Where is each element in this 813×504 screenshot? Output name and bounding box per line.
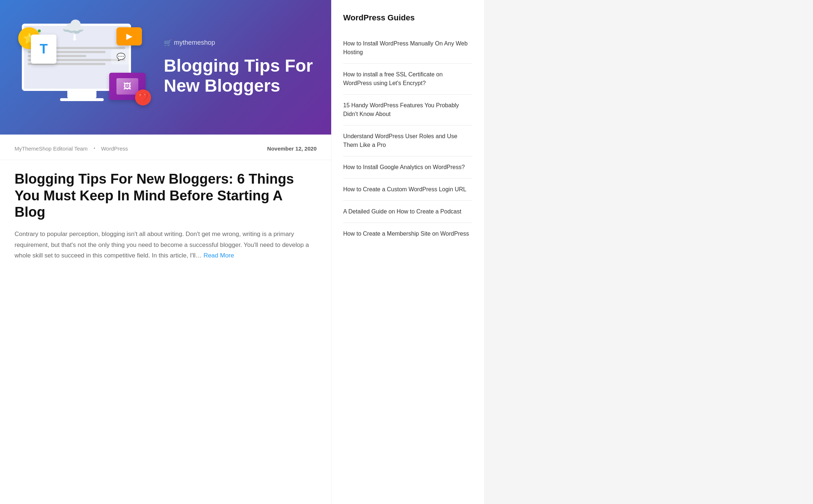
article-author: MyThemeShop Editorial Team [15,145,88,152]
sidebar-link[interactable]: How to Create a Membership Site on WordP… [343,229,472,238]
sidebar-link[interactable]: How to Install WordPress Manually On Any… [343,39,472,57]
sidebar-link-item: How to install a free SSL Certificate on… [343,64,472,95]
article-category: WordPress [101,145,128,152]
sidebar-link-item: How to Create a Custom WordPress Login U… [343,179,472,201]
main-content: ☁️ ⬇ ⭐ T ▶ 💬 🖼 ❤️ [0,0,331,504]
sidebar-link[interactable]: 15 Handy WordPress Features You Probably… [343,101,472,119]
article-title: Blogging Tips For New Bloggers: 6 Things… [15,171,317,221]
sidebar-link[interactable]: How to Create a Custom WordPress Login U… [343,185,472,194]
play-icon: ▶ [116,27,142,45]
hero-title: Blogging Tips For New Bloggers [164,56,317,96]
hero-banner: ☁️ ⬇ ⭐ T ▶ 💬 🖼 ❤️ [0,0,331,135]
sidebar-title: WordPress Guides [343,13,472,23]
sidebar-link-item: How to Install Google Analytics on WordP… [343,156,472,179]
arrow-down-icon: ⬇ [71,33,78,43]
logo-icon: 🛒 [164,39,172,47]
article-excerpt: Contrary to popular perception, blogging… [15,229,317,261]
sidebar-link[interactable]: How to install a free SSL Certificate on… [343,70,472,88]
article-meta: MyThemeShop Editorial Team · WordPress N… [0,135,331,160]
sidebar-link-item: How to Create a Membership Site on WordP… [343,223,472,245]
logo-text: mythemeshop [174,39,215,47]
sidebar-link-item: Understand WordPress User Roles and Use … [343,125,472,156]
sidebar-link-item: 15 Handy WordPress Features You Probably… [343,95,472,125]
read-more-link[interactable]: Read More [203,252,234,259]
article-date: November 12, 2020 [267,145,317,152]
sidebar-link-item: A Detailed Guide on How to Create a Podc… [343,201,472,223]
sidebar-links-list: How to Install WordPress Manually On Any… [343,33,472,245]
brand-logo: 🛒 mythemeshop [164,39,317,47]
sidebar-link-item: How to Install WordPress Manually On Any… [343,33,472,64]
hero-text: 🛒 mythemeshop Blogging Tips For New Blog… [156,39,317,96]
sidebar-link[interactable]: Understand WordPress User Roles and Use … [343,132,472,149]
sidebar-link[interactable]: How to Install Google Analytics on WordP… [343,163,472,172]
heart-icon: ❤️ [135,89,151,105]
sidebar: WordPress Guides How to Install WordPres… [331,0,484,504]
text-icon: T [31,35,56,64]
hero-illustration: ☁️ ⬇ ⭐ T ▶ 💬 🖼 ❤️ [11,16,156,118]
sidebar-link[interactable]: A Detailed Guide on How to Create a Podc… [343,207,472,216]
chat-icon: 💬 [111,49,131,64]
article-content: Blogging Tips For New Bloggers: 6 Things… [0,160,331,276]
meta-separator: · [94,145,95,152]
